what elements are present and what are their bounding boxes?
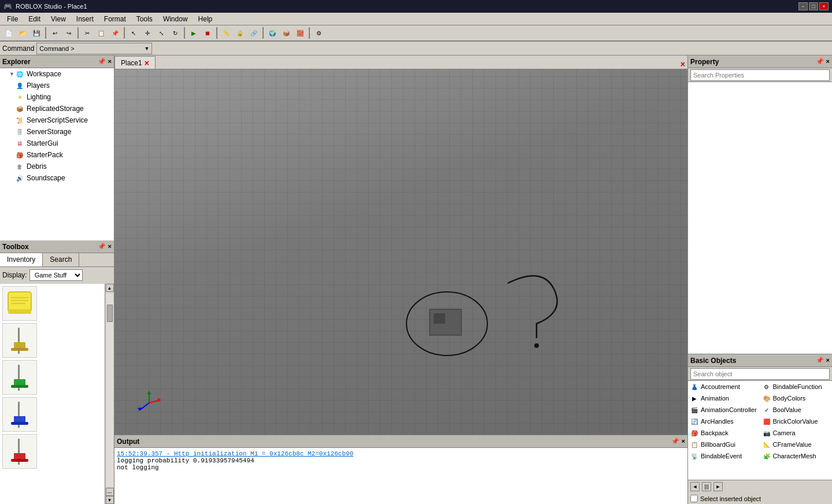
- basic-obj-icon-brickcolorvalue: 🟥: [763, 417, 771, 425]
- main-area: Explorer 📌 × ▼🌐Workspace▶👤Players▶☀Light…: [0, 55, 832, 504]
- basic-obj-backpack[interactable]: 🎒Backpack: [688, 427, 760, 439]
- toolbar-rotate[interactable]: ↻: [169, 27, 182, 39]
- tree-item-soundscape[interactable]: ▶🔊Soundscape: [0, 172, 114, 184]
- tree-item-replicatedstorage[interactable]: ▶📦ReplicatedStorage: [0, 103, 114, 114]
- tab-close-x[interactable]: ×: [681, 60, 685, 69]
- toolbar-scale[interactable]: ⤡: [155, 27, 168, 39]
- toolbar-new[interactable]: 📄: [2, 27, 15, 39]
- tree-item-serverscriptservice[interactable]: ▶📜ServerScriptService: [0, 114, 114, 126]
- toolbar-model[interactable]: 📦: [280, 27, 293, 39]
- svg-line-25: [139, 403, 149, 410]
- tree-item-starterpack[interactable]: ▶🎒StarterPack: [0, 149, 114, 161]
- explorer-pin-button[interactable]: 📌: [98, 58, 106, 65]
- toolbar-snap[interactable]: 📏: [220, 27, 232, 39]
- toolbar-redo[interactable]: ↪: [62, 27, 75, 39]
- toolbar-terrain[interactable]: 🌍: [266, 27, 279, 39]
- output-close-button[interactable]: ×: [682, 438, 685, 445]
- toolbox-header-controls: 📌 ×: [98, 243, 112, 250]
- toolbox-item[interactable]: [2, 360, 37, 395]
- output-pin-button[interactable]: 📌: [671, 438, 679, 445]
- close-button[interactable]: ×: [819, 2, 829, 10]
- menu-item-tools[interactable]: Tools: [132, 14, 157, 24]
- menu-item-format[interactable]: Format: [99, 14, 131, 24]
- display-label: Display:: [2, 271, 27, 279]
- toolbox-pin-button[interactable]: 📌: [98, 243, 106, 250]
- basic-obj-boolvalue[interactable]: ✓BoolValue: [760, 404, 833, 416]
- basic-obj-cframevalue[interactable]: 📐CFrameValue: [760, 439, 833, 450]
- basic-objects-pin-button[interactable]: 📌: [816, 357, 824, 364]
- viewport[interactable]: [114, 69, 687, 435]
- menu-item-window[interactable]: Window: [158, 14, 193, 24]
- tree-item-lighting[interactable]: ▶☀Lighting: [0, 91, 114, 103]
- toolbar-paste[interactable]: 📌: [109, 27, 121, 39]
- menu-item-file[interactable]: File: [2, 14, 23, 24]
- minimize-button[interactable]: −: [798, 2, 808, 10]
- scroll-mid-button[interactable]: —: [106, 488, 114, 496]
- toolbar-settings[interactable]: ⚙: [312, 27, 325, 39]
- menu-item-insert[interactable]: Insert: [72, 14, 98, 24]
- basic-obj-animationcontroller[interactable]: 🎬AnimationController: [688, 404, 760, 416]
- basic-obj-accoutrement[interactable]: 👗Accoutrement: [688, 381, 760, 392]
- property-header: Property 📌 ×: [688, 55, 832, 68]
- toolbar-part[interactable]: 🧱: [294, 27, 306, 39]
- toolbar-join[interactable]: 🔗: [247, 27, 260, 39]
- basic-obj-animation[interactable]: ▶Animation: [688, 392, 760, 404]
- basic-obj-icon-charactermesh: 🧩: [763, 452, 771, 460]
- basic-obj-bindableevent[interactable]: 📡BindableEvent: [688, 450, 760, 462]
- toolbar-undo[interactable]: ↩: [49, 27, 61, 39]
- scroll-thumb[interactable]: [107, 305, 113, 322]
- toolbar-cut[interactable]: ✂: [81, 27, 94, 39]
- select-inserted-checkbox[interactable]: [690, 495, 698, 502]
- menu-item-help[interactable]: Help: [194, 14, 217, 24]
- toolbox-items-list: [0, 284, 105, 504]
- toolbar-play[interactable]: ▶: [187, 27, 200, 39]
- basic-objects-search-input[interactable]: [690, 368, 830, 380]
- basic-objects-close-button[interactable]: ×: [826, 357, 830, 364]
- toolbar-collide[interactable]: 🔒: [234, 27, 246, 39]
- commandbar-dropdown[interactable]: Command > ▼: [36, 43, 152, 54]
- toolbox-close-button[interactable]: ×: [108, 243, 112, 250]
- property-search-input[interactable]: [690, 69, 830, 81]
- tab-close-button[interactable]: ×: [145, 58, 149, 68]
- tree-item-players[interactable]: ▶👤Players: [0, 80, 114, 91]
- property-close-button[interactable]: ×: [826, 58, 830, 65]
- toolbar-move[interactable]: ✛: [141, 27, 154, 39]
- scroll-up-button[interactable]: ▲: [106, 284, 114, 292]
- scroll-down-button[interactable]: ▼: [106, 496, 114, 504]
- basic-objects-next-button[interactable]: ►: [713, 482, 723, 491]
- basic-obj-brickcolorvalue[interactable]: 🟥BrickColorValue: [760, 416, 833, 427]
- tree-item-debris[interactable]: ▶🗑Debris: [0, 161, 114, 172]
- basic-obj-bindablefunction[interactable]: ⚙BindableFunction: [760, 381, 833, 392]
- toolbox-item[interactable]: [2, 286, 37, 321]
- toolbar-copy[interactable]: 📋: [95, 27, 108, 39]
- maximize-button[interactable]: □: [809, 2, 818, 10]
- tab-search[interactable]: Search: [43, 253, 79, 266]
- toolbox-title: Toolbox: [2, 243, 29, 251]
- output-line-3: not logging: [117, 464, 685, 471]
- tree-item-serverstorage[interactable]: ▶🗄ServerStorage: [0, 126, 114, 138]
- property-pin-button[interactable]: 📌: [816, 58, 824, 65]
- toolbox-item[interactable]: [2, 434, 37, 469]
- basic-obj-billboardgui[interactable]: 📋BillboardGui: [688, 439, 760, 450]
- display-dropdown[interactable]: Game Stuff My Models My Decals Free Mode…: [29, 269, 83, 281]
- basic-obj-charactermesh[interactable]: 🧩CharacterMesh: [760, 450, 833, 462]
- menu-item-view[interactable]: View: [46, 14, 71, 24]
- basic-objects-prev-button[interactable]: ◄: [690, 482, 700, 491]
- explorer-close-button[interactable]: ×: [108, 58, 112, 65]
- tree-item-startergui[interactable]: ▶🖥StarterGui: [0, 138, 114, 149]
- toolbar-select[interactable]: ↖: [127, 27, 140, 39]
- tree-item-workspace[interactable]: ▼🌐Workspace: [0, 68, 114, 80]
- tab-inventory[interactable]: Inventory: [0, 253, 43, 266]
- tab-place1[interactable]: Place1 ×: [114, 56, 156, 69]
- toolbar-save[interactable]: 💾: [30, 27, 43, 39]
- toolbar-stop[interactable]: ⏹: [201, 27, 214, 39]
- toolbox-item[interactable]: [2, 323, 37, 358]
- toolbar-open[interactable]: 📂: [16, 27, 29, 39]
- menu-item-edit[interactable]: Edit: [24, 14, 45, 24]
- basic-obj-camera[interactable]: 📷Camera: [760, 427, 833, 439]
- toolbox-item[interactable]: [2, 397, 37, 432]
- output-link-1[interactable]: 15:52:39.357 - Http initialization M1 = …: [117, 450, 353, 457]
- basic-obj-bodycolors[interactable]: 🎨BodyColors: [760, 392, 833, 404]
- basic-obj-archandles[interactable]: 🔄ArcHandles: [688, 416, 760, 427]
- explorer-tree: ▼🌐Workspace▶👤Players▶☀Lighting▶📦Replicat…: [0, 68, 114, 240]
